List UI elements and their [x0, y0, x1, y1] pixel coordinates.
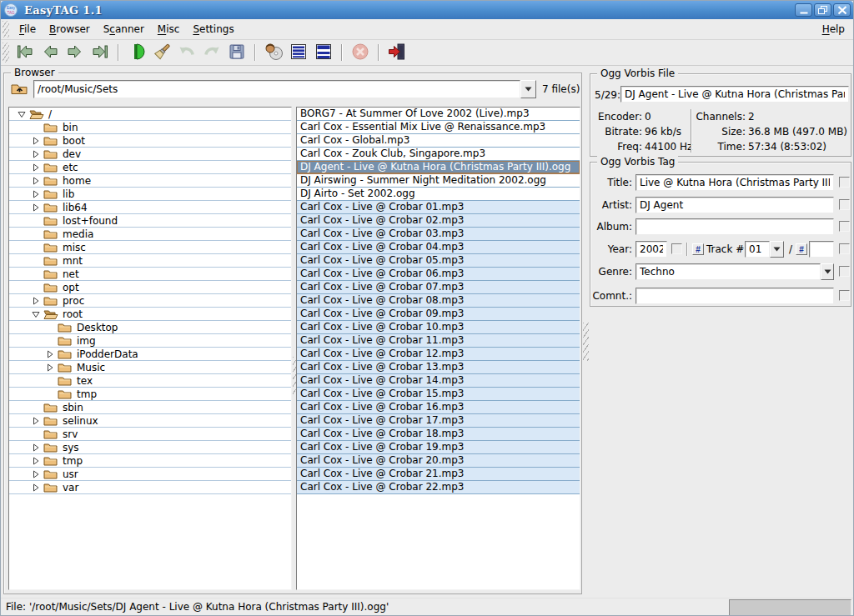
- file-list-item[interactable]: Carl Cox - Live @ Crobar 04.mp3: [297, 241, 580, 254]
- write-playlist-button[interactable]: [286, 41, 311, 64]
- track-checkbox[interactable]: [839, 243, 850, 254]
- tree-item-etc[interactable]: etc: [9, 161, 291, 174]
- tree-item-dev[interactable]: dev: [9, 148, 291, 161]
- file-list-item[interactable]: Carl Cox - Live @ Crobar 02.mp3: [297, 214, 580, 228]
- tree-item-item[interactable]: /: [9, 108, 291, 121]
- expander-collapsed-icon[interactable]: [32, 417, 41, 425]
- quit-button[interactable]: [384, 41, 409, 64]
- tree-item-media[interactable]: media: [9, 228, 291, 241]
- tree-item-tex[interactable]: tex: [9, 374, 291, 388]
- file-list-item[interactable]: Carl Cox - Live @ Crobar 11.mp3: [297, 334, 580, 348]
- expander-collapsed-icon[interactable]: [32, 483, 41, 492]
- tree-item-opt[interactable]: opt: [9, 281, 291, 294]
- tree-item-proc[interactable]: proc: [9, 294, 291, 308]
- file-list-item[interactable]: Carl Cox - Live @ Crobar 18.mp3: [297, 428, 580, 441]
- menu-item-misc[interactable]: Misc: [151, 21, 187, 38]
- file-list-item[interactable]: Carl Cox - Live @ Crobar 20.mp3: [297, 454, 580, 468]
- menu-item-file[interactable]: File: [13, 21, 43, 38]
- tree-item-misc[interactable]: misc: [9, 241, 291, 254]
- tree-item-ipodderdata[interactable]: iPodderData: [9, 348, 291, 361]
- menu-item-help[interactable]: Help: [814, 21, 853, 38]
- file-list-item[interactable]: DJ Agent - Live @ Kutna Hora (Christmas …: [297, 161, 580, 174]
- expander-collapsed-icon[interactable]: [32, 163, 41, 172]
- expander-collapsed-icon[interactable]: [32, 137, 41, 145]
- file-list-item[interactable]: Carl Cox - Global.mp3: [297, 134, 580, 148]
- file-list-item[interactable]: Carl Cox - Live @ Crobar 16.mp3: [297, 401, 580, 414]
- tree-item-sys[interactable]: sys: [9, 441, 291, 454]
- expander-collapsed-icon[interactable]: [32, 190, 41, 198]
- file-list-item[interactable]: Carl Cox - Live @ Crobar 13.mp3: [297, 361, 580, 374]
- tree-item-usr[interactable]: usr: [9, 468, 291, 481]
- file-list-item[interactable]: Carl Cox - Live @ Crobar 07.mp3: [297, 281, 580, 294]
- scan-files-button[interactable]: [124, 41, 149, 64]
- previous-file-button[interactable]: [38, 41, 63, 64]
- tree-item-img[interactable]: img: [9, 334, 291, 348]
- expander-collapsed-icon[interactable]: [32, 177, 41, 185]
- album-input[interactable]: [635, 218, 834, 235]
- menubar-grip[interactable]: [3, 21, 9, 37]
- expander-collapsed-icon[interactable]: [32, 297, 41, 305]
- tree-item-mnt[interactable]: mnt: [9, 254, 291, 268]
- redo-button[interactable]: [199, 41, 224, 64]
- file-list-item[interactable]: Carl Cox - Live @ Crobar 19.mp3: [297, 441, 580, 454]
- title-checkbox[interactable]: [839, 177, 850, 188]
- run-audio-player-button[interactable]: [311, 41, 336, 64]
- tree-item-lib[interactable]: lib: [9, 188, 291, 201]
- file-list-item[interactable]: DJ Airto - Set 2002.ogg: [297, 188, 580, 201]
- path-input[interactable]: [33, 80, 520, 98]
- expander-expanded-icon[interactable]: [32, 310, 41, 318]
- file-list-item[interactable]: DJ Airswing - Summer Night Meditation 20…: [297, 174, 580, 188]
- undo-button[interactable]: [174, 41, 199, 64]
- expander-collapsed-icon[interactable]: [32, 443, 41, 452]
- album-checkbox[interactable]: [839, 221, 850, 232]
- file-list-item[interactable]: Carl Cox - Live @ Crobar 12.mp3: [297, 348, 580, 361]
- tree-item-home[interactable]: home: [9, 174, 291, 188]
- file-list-item[interactable]: Carl Cox - Live @ Crobar 09.mp3: [297, 308, 580, 321]
- file-list-item[interactable]: Carl Cox - Live @ Crobar 08.mp3: [297, 294, 580, 308]
- auto-track-total-button[interactable]: #: [796, 243, 807, 255]
- expander-collapsed-icon[interactable]: [32, 457, 41, 465]
- genre-input[interactable]: [635, 263, 821, 280]
- genre-checkbox[interactable]: [839, 266, 850, 277]
- file-list-item[interactable]: Carl Cox - Live @ Crobar 21.mp3: [297, 468, 580, 481]
- menu-item-scanner[interactable]: Scanner: [97, 21, 151, 38]
- tree-item-boot[interactable]: boot: [9, 134, 291, 148]
- pane-splitter-files-tag[interactable]: [583, 73, 589, 594]
- tree-item-tmp[interactable]: tmp: [9, 388, 291, 401]
- tree-item-net[interactable]: net: [9, 268, 291, 281]
- file-list-item[interactable]: Carl Cox - Live @ Crobar 01.mp3: [297, 201, 580, 214]
- tree-item-var[interactable]: var: [9, 481, 291, 494]
- comment-checkbox[interactable]: [839, 290, 850, 301]
- file-list-item[interactable]: Carl Cox - Live @ Crobar 15.mp3: [297, 388, 580, 401]
- next-file-button[interactable]: [63, 41, 88, 64]
- artist-checkbox[interactable]: [839, 199, 850, 210]
- year-input[interactable]: [635, 241, 667, 258]
- expander-collapsed-icon[interactable]: [32, 470, 41, 478]
- file-list-item[interactable]: BORG7 - At Summer Of Love 2002 (Live).mp…: [297, 108, 580, 121]
- artist-input[interactable]: [635, 197, 834, 213]
- expander-expanded-icon[interactable]: [18, 110, 27, 118]
- parent-folder-button[interactable]: [9, 80, 29, 98]
- file-list-item[interactable]: Carl Cox - Live @ Crobar 03.mp3: [297, 228, 580, 241]
- year-checkbox[interactable]: [671, 243, 682, 254]
- path-dropdown-button[interactable]: [520, 80, 536, 98]
- toolbar-grip[interactable]: [3, 43, 9, 63]
- save-files-button[interactable]: [224, 41, 249, 64]
- track-total-input[interactable]: [809, 241, 834, 258]
- genre-dropdown-button[interactable]: [821, 263, 834, 280]
- first-file-button[interactable]: [13, 41, 38, 64]
- file-list-item[interactable]: Carl Cox - Essential Mix Live @ Renaissa…: [297, 121, 580, 134]
- tree-item-root[interactable]: root: [9, 308, 291, 321]
- cddb-search-button[interactable]: [261, 41, 286, 64]
- file-list-item[interactable]: Carl Cox - Live @ Crobar 05.mp3: [297, 254, 580, 268]
- file-list-item[interactable]: Carl Cox - Live @ Crobar 22.mp3: [297, 481, 580, 494]
- comment-input[interactable]: [635, 288, 834, 304]
- last-file-button[interactable]: [88, 41, 113, 64]
- file-list-item[interactable]: Carl Cox - Live @ Crobar 10.mp3: [297, 321, 580, 334]
- menu-item-browser[interactable]: Browser: [43, 21, 97, 38]
- titlebar[interactable]: EasyTAG EasyTAG 1.1: [1, 1, 853, 19]
- track-dropdown-button[interactable]: [770, 241, 784, 258]
- file-list-item[interactable]: Carl Cox - Live @ Crobar 14.mp3: [297, 374, 580, 388]
- tree-item-music[interactable]: Music: [9, 361, 291, 374]
- menu-item-settings[interactable]: Settings: [186, 21, 240, 38]
